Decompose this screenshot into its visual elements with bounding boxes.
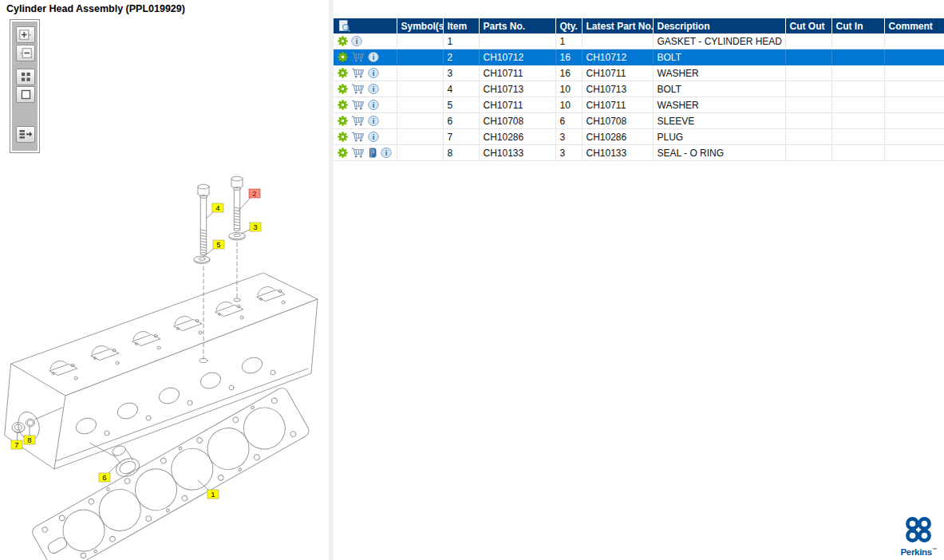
cart-icon[interactable] [351,52,365,62]
info-icon[interactable]: i [351,36,362,46]
page-preview-icon [338,20,351,31]
settings-icon[interactable] [338,36,348,46]
col-header-qty[interactable]: Qty. [555,18,582,34]
info-icon[interactable]: i [368,116,379,126]
cell-parts-no: CH10711 [479,65,555,81]
part-callout-2[interactable]: 2 [239,189,260,211]
notes-icon[interactable] [368,148,377,158]
part-row-6[interactable]: i6CH107086CH10708SLEEVE [334,113,944,129]
cell-qty: 3 [555,145,582,161]
col-header-cut_in[interactable]: Cut In [831,18,884,34]
square-icon [21,89,31,100]
info-icon[interactable]: i [368,132,379,142]
diagram-zoom-toolbar [10,19,40,153]
grid-squares-icon [21,72,31,82]
zoom-in-icon [19,30,32,41]
col-header-latest[interactable]: Latest Part No. [582,18,653,34]
cell-latest: CH10713 [582,81,653,97]
cell-symbols [397,65,443,81]
cart-icon[interactable] [351,84,365,94]
info-icon[interactable]: i [368,68,379,78]
cell-qty: 16 [555,65,582,81]
cell-description: WASHER [653,65,785,81]
cart-icon[interactable] [351,116,365,126]
cell-comment [884,49,944,65]
cell-qty: 3 [555,129,582,145]
settings-icon[interactable] [338,116,348,126]
cell-latest: CH10286 [582,129,653,145]
cell-cut-in [831,81,884,97]
svg-text:i: i [373,85,375,93]
cell-qty: 16 [555,49,582,65]
cell-comment [884,113,944,129]
settings-icon[interactable] [338,52,348,62]
cell-description: PLUG [653,129,785,145]
info-icon[interactable]: i [381,148,392,158]
cell-symbols [397,34,443,49]
cell-description: BOLT [653,81,785,97]
svg-text:i: i [356,37,358,45]
toggle-parts-panel-button[interactable] [16,126,35,143]
cart-icon[interactable] [351,132,365,142]
cart-icon[interactable] [351,68,365,78]
part-row-1[interactable]: i11GASKET - CYLINDER HEAD [334,34,944,49]
part-row-2[interactable]: i2CH1071216CH10712BOLT [334,49,944,65]
cell-description: SEAL - O RING [653,145,785,161]
col-header-item[interactable]: Item [443,18,479,34]
svg-text:i: i [373,101,375,109]
svg-text:6: 6 [102,473,106,482]
cell-cut-in [831,145,884,161]
col-header-symbols[interactable]: Symbol(s) [397,18,443,34]
parts-table: Symbol(s)ItemParts No.Qty.Latest Part No… [334,18,944,161]
settings-icon[interactable] [338,148,348,158]
cell-item: 1 [443,34,479,49]
cell-comment [884,81,944,97]
info-icon[interactable]: i [368,100,379,110]
part-row-5[interactable]: i5CH1071110CH10711WASHER [334,97,944,113]
view-tiles-button[interactable] [16,69,35,85]
exploded-parts-diagram: 42357861 [0,18,329,560]
settings-icon[interactable] [338,132,348,142]
zoom-in-button[interactable] [16,26,35,43]
cell-item: 8 [443,145,479,161]
zoom-out-button[interactable] [16,45,35,61]
part-row-8[interactable]: i8CH101333CH10133SEAL - O RING [334,145,944,161]
col-header-cut_out[interactable]: Cut Out [785,18,831,34]
cart-icon[interactable] [351,148,365,158]
part-row-4[interactable]: i4CH1071310CH10713BOLT [334,81,944,97]
cell-comment [884,129,944,145]
cart-icon[interactable] [351,100,365,110]
cell-parts-no: CH10712 [479,49,555,65]
svg-text:i: i [373,69,375,77]
fit-to-window-button[interactable] [16,86,35,103]
settings-icon[interactable] [338,68,348,78]
cell-comment [884,97,944,113]
cell-item: 3 [443,65,479,81]
bolt-long-drawing [198,184,209,254]
cell-item: 6 [443,113,479,129]
part-callout-3[interactable]: 3 [241,223,261,234]
col-header-icons[interactable] [334,18,397,34]
washer-short-bolt-drawing [229,233,246,241]
cell-latest: CH10133 [582,145,653,161]
part-row-3[interactable]: i3CH1071116CH10711WASHER [334,65,944,81]
cell-cut-in [831,65,884,81]
cell-parts-no: CH10713 [479,81,555,97]
part-callout-6[interactable]: 6 [99,464,117,482]
info-icon[interactable]: i [368,52,379,62]
cell-latest [582,34,653,49]
info-icon[interactable]: i [368,84,379,94]
part-callout-4[interactable]: 4 [206,203,223,219]
cell-symbols [397,49,443,65]
cell-cut-in [831,49,884,65]
settings-icon[interactable] [338,100,348,110]
settings-icon[interactable] [338,84,348,94]
cell-description: BOLT [653,49,785,65]
zoom-out-icon [19,48,32,59]
part-row-7[interactable]: i7CH102863CH10286PLUG [334,129,944,145]
bolt-short-drawing [231,176,243,231]
col-header-parts_no[interactable]: Parts No. [479,18,555,34]
col-header-comment[interactable]: Comment [884,18,944,34]
col-header-description[interactable]: Description [653,18,785,34]
row-actions-cell: i [334,145,397,161]
